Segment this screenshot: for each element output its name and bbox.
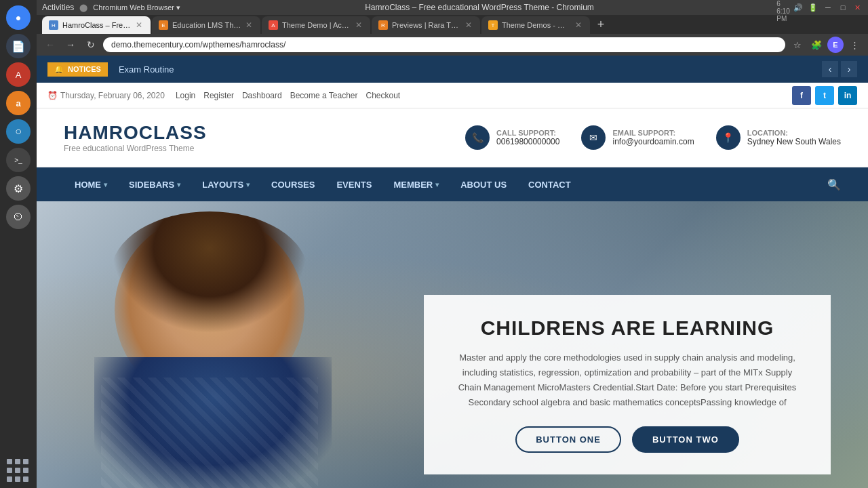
nav-contact-label: CONTACT bbox=[528, 180, 571, 190]
checkout-link[interactable]: Checkout bbox=[366, 91, 401, 100]
nav-home-label: HOME bbox=[75, 180, 101, 190]
notices-text: Exam Routine bbox=[119, 64, 174, 75]
nav-member-label: MEMBER bbox=[393, 180, 433, 190]
tab-close-4[interactable]: ✕ bbox=[465, 20, 472, 30]
search-icon[interactable]: 🔍 bbox=[827, 178, 841, 191]
battery-icon[interactable]: 🔋 bbox=[808, 3, 818, 12]
hero-button-two[interactable]: BUTTON TWO bbox=[632, 426, 739, 453]
hero-buttons: BUTTON ONE BUTTON TWO bbox=[451, 426, 804, 453]
apps-grid-icon[interactable] bbox=[6, 458, 31, 483]
tab-1[interactable]: H HamroClass – Free educa... ✕ bbox=[42, 16, 151, 34]
app-icon-2[interactable]: A bbox=[6, 62, 31, 87]
files-icon[interactable]: 📄 bbox=[6, 34, 31, 58]
hero-content: CHILDRENS ARE LEARNING Master and apply … bbox=[424, 295, 831, 474]
register-link[interactable]: Register bbox=[203, 91, 234, 100]
bookmark-btn[interactable]: ☆ bbox=[789, 37, 806, 53]
profile-btn[interactable]: E bbox=[827, 37, 844, 53]
volume-icon[interactable]: 🔊 bbox=[793, 3, 803, 12]
nav-link-about[interactable]: ABOUT US bbox=[450, 167, 517, 201]
amazon-icon[interactable]: a bbox=[6, 91, 31, 115]
window-controls: Feb 6 6:10 PM 🔊 🔋 ─ □ ✕ bbox=[778, 3, 863, 12]
nav-sidebars-label: SIDEBARS bbox=[129, 180, 174, 190]
nav-link-layouts[interactable]: LAYOUTS ▾ bbox=[191, 167, 260, 201]
close-btn[interactable]: ✕ bbox=[853, 3, 863, 12]
call-value: 00619800000000 bbox=[496, 137, 559, 146]
extensions-btn[interactable]: 🧩 bbox=[808, 37, 825, 53]
tab-favicon-5: T bbox=[488, 20, 498, 30]
tab-favicon-1: H bbox=[49, 20, 58, 30]
activities-menu[interactable]: Activities bbox=[42, 3, 74, 12]
nav-item-sidebars: SIDEBARS ▾ bbox=[118, 167, 191, 201]
tab-close-1[interactable]: ✕ bbox=[136, 20, 142, 30]
nav-item-courses: COURSES bbox=[260, 167, 326, 201]
become-teacher-link[interactable]: Become a Teacher bbox=[290, 91, 358, 100]
site-logo[interactable]: HAMROCLASS Free educational WordPress Th… bbox=[64, 122, 207, 153]
nav-link-contact[interactable]: CONTACT bbox=[517, 167, 582, 201]
member-chevron-icon: ▾ bbox=[435, 181, 439, 188]
nav-link-events[interactable]: EVENTS bbox=[326, 167, 382, 201]
nav-courses-label: COURSES bbox=[271, 180, 315, 190]
tab-title-3: Theme Demo | Acme Ther... bbox=[282, 21, 351, 29]
nav-link-courses[interactable]: COURSES bbox=[260, 167, 326, 201]
back-button[interactable]: ← bbox=[42, 37, 58, 53]
nav-events-label: EVENTS bbox=[336, 180, 372, 190]
tab-3[interactable]: A Theme Demo | Acme Ther... ✕ bbox=[262, 16, 370, 34]
nav-item-member: MEMBER ▾ bbox=[382, 167, 450, 201]
chromium-icon[interactable]: ● bbox=[6, 5, 31, 30]
tab-favicon-3: A bbox=[269, 20, 278, 30]
clock-icon[interactable]: ⏲ bbox=[6, 205, 31, 229]
social-links: f t in bbox=[792, 86, 857, 105]
tab-4[interactable]: R Previews | Rara Theme ✕ bbox=[372, 16, 480, 34]
maximize-btn[interactable]: □ bbox=[838, 3, 848, 12]
dashboard-link[interactable]: Dashboard bbox=[242, 91, 282, 100]
login-link[interactable]: Login bbox=[176, 91, 195, 100]
logo-tagline: Free educational WordPress Theme bbox=[64, 144, 207, 153]
contact-call: 📞 CALL SUPPORT: 00619800000000 bbox=[465, 125, 559, 150]
nav-link-home[interactable]: HOME ▾ bbox=[64, 167, 118, 201]
contact-email: ✉ EMAIL SUPPORT: info@yourdoamin.com bbox=[581, 125, 694, 150]
main-navigation: HOME ▾ SIDEBARS ▾ LAYOUTS ▾ bbox=[37, 167, 868, 201]
sidebars-chevron-icon: ▾ bbox=[177, 181, 180, 188]
home-chevron-icon: ▾ bbox=[104, 181, 107, 188]
terminal-icon[interactable]: >_ bbox=[6, 148, 31, 172]
tab-close-5[interactable]: ✕ bbox=[575, 20, 582, 30]
reload-button[interactable]: ↻ bbox=[83, 37, 99, 53]
nav-link-member[interactable]: MEMBER ▾ bbox=[382, 167, 450, 201]
menu-btn[interactable]: ⋮ bbox=[846, 37, 863, 53]
system-tray: Feb 6 6:10 PM bbox=[778, 3, 788, 12]
network-icon[interactable]: ○ bbox=[6, 119, 31, 144]
chromium-indicator: ⬤ bbox=[79, 3, 87, 12]
layouts-chevron-icon: ▾ bbox=[246, 181, 250, 188]
nav-layouts-label: LAYOUTS bbox=[202, 180, 243, 190]
settings-icon[interactable]: ⚙ bbox=[6, 176, 31, 201]
location-icon: 📍 bbox=[716, 125, 741, 150]
new-tab-button[interactable]: + bbox=[591, 15, 610, 34]
notices-prev-btn[interactable]: ‹ bbox=[822, 61, 838, 77]
tab-close-3[interactable]: ✕ bbox=[355, 20, 362, 30]
notices-next-btn[interactable]: › bbox=[841, 61, 857, 77]
minimize-btn[interactable]: ─ bbox=[823, 3, 833, 12]
browser-chrome: Activities ⬤ Chromium Web Browser ▾ Hamr… bbox=[37, 0, 868, 56]
hero-text: Master and apply the core methodologies … bbox=[451, 350, 804, 410]
phone-icon: 📞 bbox=[465, 125, 490, 150]
window-title: HamroClass – Free educational WordPress … bbox=[365, 3, 594, 12]
email-icon: ✉ bbox=[581, 125, 606, 150]
browser-name[interactable]: Chromium Web Browser ▾ bbox=[93, 3, 180, 12]
logo-title: HAMROCLASS bbox=[64, 122, 207, 144]
hero-button-one[interactable]: BUTTON ONE bbox=[515, 426, 621, 453]
tab-5[interactable]: T Theme Demos - WEN The... ✕ bbox=[481, 16, 590, 34]
site-date: ⏰ Thursday, February 06, 2020 bbox=[47, 91, 165, 100]
address-input[interactable] bbox=[103, 37, 785, 52]
location-label: LOCATION: bbox=[747, 129, 841, 137]
tab-close-2[interactable]: ✕ bbox=[245, 20, 252, 30]
tab-title-4: Previews | Rara Theme bbox=[392, 21, 461, 29]
nav-item-layouts: LAYOUTS ▾ bbox=[191, 167, 260, 201]
nav-link-sidebars[interactable]: SIDEBARS ▾ bbox=[118, 167, 191, 201]
hero-section: CHILDRENS ARE LEARNING Master and apply … bbox=[37, 201, 868, 488]
facebook-btn[interactable]: f bbox=[792, 86, 811, 105]
tab-title-1: HamroClass – Free educa... bbox=[62, 21, 132, 29]
twitter-btn[interactable]: t bbox=[815, 86, 834, 105]
tab-2[interactable]: E Education LMS Theme De... ✕ bbox=[152, 16, 260, 34]
forward-button[interactable]: → bbox=[62, 37, 79, 53]
linkedin-btn[interactable]: in bbox=[838, 86, 857, 105]
